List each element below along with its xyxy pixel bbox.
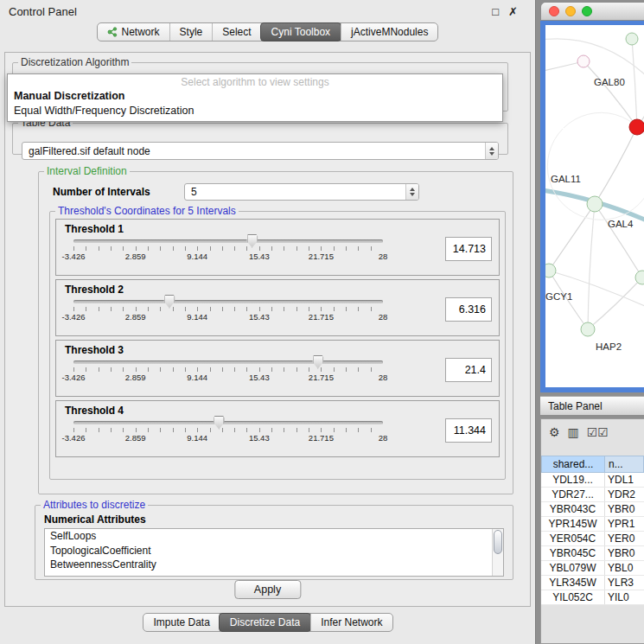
- algorithm-option-manual-discretization[interactable]: Manual Discretization: [8, 89, 502, 104]
- number-of-intervals-row: Number of Intervals 5: [53, 183, 513, 201]
- network-edge[interactable]: [632, 39, 637, 127]
- network-node[interactable]: [587, 196, 603, 212]
- scale-tick-label: 2.859: [125, 433, 146, 443]
- network-node[interactable]: [577, 55, 590, 67]
- tab-infer-network[interactable]: Infer Network: [310, 614, 392, 631]
- table-panel-header[interactable]: Table Panel: [540, 396, 644, 416]
- combo-stepper-icon: [485, 143, 498, 159]
- algorithm-dropdown-popup: Select algorithm to view settings Manual…: [7, 73, 503, 122]
- attribute-list-item[interactable]: SelfLoops: [45, 529, 503, 544]
- threshold-panel: Threshold 1-3.4262.8599.14415.4321.71528…: [55, 219, 500, 276]
- network-edge[interactable]: [583, 61, 637, 127]
- table-data-combo[interactable]: galFiltered.sif default node: [22, 142, 499, 160]
- threshold-value[interactable]: 14.713: [445, 237, 492, 261]
- threshold-slider[interactable]: -3.4262.8599.14415.4321.71528: [73, 421, 383, 443]
- float-window-icon[interactable]: □: [492, 5, 499, 18]
- scale-tick-label: 15.43: [249, 433, 270, 443]
- table-row[interactable]: YBR045CYBR0: [541, 546, 644, 561]
- slider-track[interactable]: [73, 239, 383, 243]
- threshold-slider[interactable]: -3.4262.8599.14415.4321.71528: [73, 239, 383, 261]
- thresholds-group-title: Threshold's Coordinates for 5 Intervals: [55, 205, 239, 217]
- tab-network[interactable]: Network: [98, 23, 169, 41]
- tab-select[interactable]: Select: [212, 23, 260, 41]
- network-canvas[interactable]: GAL80GAL11GAL4GCY1HAP2: [545, 25, 644, 387]
- bottom-tabs: Impute DataDiscretize DataInfer Network: [143, 613, 392, 632]
- network-edge[interactable]: [588, 277, 642, 329]
- close-icon[interactable]: ✗: [508, 5, 518, 18]
- threshold-value[interactable]: 21.4: [445, 358, 492, 382]
- network-node[interactable]: [581, 322, 595, 336]
- tab-cyni-toolbox[interactable]: Cyni Toolbox: [260, 22, 341, 41]
- attribute-list-item[interactable]: TopologicalCoefficient: [45, 544, 503, 558]
- scale-tick-label: 21.715: [309, 252, 334, 261]
- column-header[interactable]: n...: [605, 456, 644, 473]
- slider-ticks: [73, 428, 383, 432]
- network-node[interactable]: [629, 119, 644, 135]
- dropdown-hint: Select algorithm to view settings: [8, 74, 502, 89]
- table-cell: YDL1: [605, 473, 644, 487]
- network-node[interactable]: [635, 271, 644, 284]
- scale-tick-label: 28: [379, 373, 388, 382]
- minimize-button[interactable]: [565, 6, 576, 16]
- table-cell: YBL0: [605, 561, 644, 575]
- network-edge[interactable]: [595, 127, 637, 204]
- scale-tick-label: -3.426: [62, 252, 86, 261]
- traffic-lights: [541, 6, 592, 16]
- columns-icon[interactable]: ▥: [568, 426, 579, 438]
- threshold-slider[interactable]: -3.4262.8599.14415.4321.71528: [73, 300, 383, 322]
- table-header: shared...n...: [541, 456, 644, 473]
- tab-impute-data[interactable]: Impute Data: [143, 614, 219, 631]
- tab-discretize-data[interactable]: Discretize Data: [219, 613, 311, 632]
- table-row[interactable]: YBR043CYBR0: [541, 502, 644, 517]
- combo-stepper-icon: [405, 184, 418, 200]
- threshold-label: Threshold 2: [65, 284, 492, 296]
- table-row[interactable]: YDR27...YDR2: [541, 488, 644, 502]
- table-row[interactable]: YDL19...YDL1: [541, 473, 644, 488]
- network-node[interactable]: [545, 264, 556, 277]
- table-cell: YLR3: [605, 576, 644, 590]
- network-window-titlebar[interactable]: [540, 2, 644, 21]
- numerical-attributes-label: Numerical Attributes: [44, 513, 513, 526]
- control-panel-tabs: NetworkStyleSelectCyni ToolboxjActiveMNo…: [97, 22, 439, 41]
- table-cell: YPR1: [605, 517, 644, 531]
- scale-tick-label: 15.43: [249, 252, 270, 261]
- table-cell: YDR2: [605, 488, 644, 501]
- threshold-slider[interactable]: -3.4262.8599.14415.4321.71528: [73, 360, 383, 382]
- network-edge[interactable]: [549, 204, 595, 271]
- network-edge[interactable]: [588, 204, 595, 329]
- number-of-intervals-combo[interactable]: 5: [184, 183, 419, 201]
- tab-jactivemnodules[interactable]: jActiveMNodules: [341, 23, 437, 41]
- list-scrollbar[interactable]: [492, 529, 503, 576]
- scale-tick-label: 28: [379, 252, 388, 261]
- slider-track[interactable]: [73, 360, 383, 364]
- table-row[interactable]: YPR145WYPR1: [541, 517, 644, 532]
- scrollbar-thumb[interactable]: [494, 530, 502, 554]
- tab-style[interactable]: Style: [169, 23, 213, 41]
- threshold-value[interactable]: 11.344: [445, 418, 492, 443]
- threshold-panel: Threshold 4-3.4262.8599.14415.4321.71528…: [55, 400, 500, 457]
- network-node-label: GAL80: [594, 77, 625, 87]
- numerical-attributes-list[interactable]: SelfLoopsTopologicalCoefficientBetweenne…: [44, 528, 504, 577]
- zoom-button[interactable]: [582, 6, 592, 16]
- table-row[interactable]: YIL052CYIL0: [541, 590, 644, 605]
- algorithm-option-equal-width-frequency-discretization[interactable]: Equal Width/Frequency Discretization: [8, 104, 502, 118]
- control-panel-titlebar: Control Panel □ ✗: [0, 0, 535, 22]
- column-header[interactable]: shared...: [541, 456, 605, 473]
- table-cell: YDL19...: [541, 473, 605, 487]
- network-node[interactable]: [626, 33, 638, 45]
- attribute-list-item[interactable]: BetweennessCentrality: [45, 558, 503, 572]
- cyni-toolbox-panel: Discretization Algorithm Select algorith…: [4, 52, 531, 607]
- table-panel-title: Table Panel: [548, 400, 603, 412]
- table-row[interactable]: YER054CYER0: [541, 532, 644, 546]
- apply-button[interactable]: Apply: [234, 580, 301, 599]
- select-columns-icon[interactable]: ☑☑: [587, 426, 609, 438]
- gear-icon[interactable]: ⚙: [549, 426, 560, 438]
- scale-tick-label: -3.426: [62, 433, 86, 443]
- close-button[interactable]: [549, 6, 559, 16]
- table-row[interactable]: YLR345WYLR3: [541, 576, 644, 590]
- table-row[interactable]: YBL079WYBL0: [541, 561, 644, 576]
- bottom-tabbar: Impute DataDiscretize DataInfer Network: [0, 613, 536, 632]
- slider-track[interactable]: [73, 421, 383, 424]
- threshold-value[interactable]: 6.316: [445, 297, 492, 322]
- slider-track[interactable]: [73, 300, 383, 303]
